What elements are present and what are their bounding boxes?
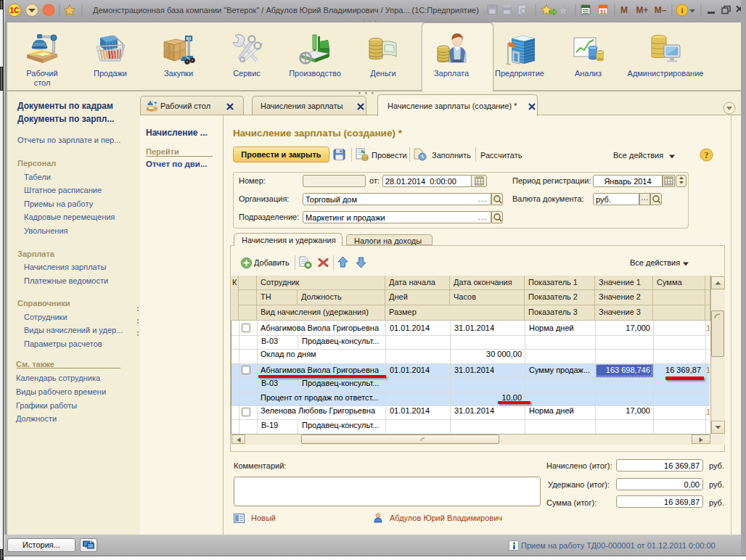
svg-text:i: i [681, 6, 683, 15]
svg-text:М: М [620, 5, 628, 15]
svg-text:31: 31 [600, 9, 607, 15]
svg-text:М–: М– [655, 5, 667, 15]
svg-text:?: ? [705, 150, 709, 160]
svg-text:М+: М+ [636, 5, 648, 15]
svg-text:1С: 1С [10, 7, 20, 15]
